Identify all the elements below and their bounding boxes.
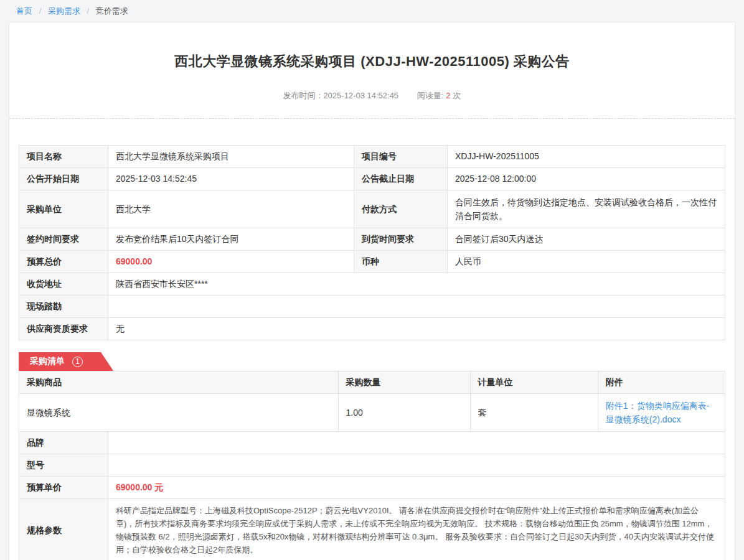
purchase-list-ribbon: 采购清单 1 bbox=[19, 352, 113, 371]
field-value-purchaser: 西北大学 bbox=[108, 190, 354, 228]
field-label-unit-price: 预算单价 bbox=[19, 477, 108, 499]
breadcrumb-separator: / bbox=[39, 6, 42, 16]
field-value-brand bbox=[108, 432, 725, 454]
table-row: 现场踏勘 bbox=[19, 296, 725, 318]
table-row: 预算单价 69000.00 元 bbox=[19, 477, 725, 499]
table-row: 项目名称 西北大学显微镜系统采购项目 项目编号 XDJJ-HW-20251100… bbox=[19, 146, 725, 168]
field-value-end-date: 2025-12-08 12:00:00 bbox=[448, 168, 725, 190]
field-value-payment: 合同生效后，待货物到达指定地点、安装调试验收合格后，一次性付清合同货款。 bbox=[448, 190, 725, 228]
purchase-items-table: 采购商品 采购数量 计量单位 附件 显微镜系统 1.00 套 附件1：货物类响应… bbox=[19, 371, 725, 432]
field-label-purchaser: 采购单位 bbox=[19, 190, 108, 228]
breadcrumb-home-link[interactable]: 首页 bbox=[16, 6, 32, 16]
cell-unit: 套 bbox=[470, 394, 598, 432]
field-value-site-survey bbox=[108, 296, 725, 318]
purchase-list-count-badge: 1 bbox=[72, 357, 83, 367]
cell-product-name: 显微镜系统 bbox=[19, 394, 339, 432]
field-label-currency: 币种 bbox=[354, 251, 448, 273]
field-value-specifications: 科研产品指定品牌型号：上海磁及科技OptiScope-2512P；蔚云光电VY2… bbox=[108, 499, 725, 560]
attachment-link[interactable]: 附件1：货物类响应偏离表-显微镜系统(2).docx bbox=[606, 401, 709, 424]
column-header-quantity: 采购数量 bbox=[338, 371, 470, 394]
field-label-payment: 付款方式 bbox=[354, 190, 448, 228]
field-value-delivery-time: 合同签订后30天内送达 bbox=[448, 228, 725, 251]
breadcrumb: 首页 / 采购需求 / 竞价需求 bbox=[0, 0, 744, 22]
breadcrumb-separator: / bbox=[87, 6, 90, 16]
field-label-specifications: 规格参数 bbox=[19, 499, 108, 560]
column-header-attachment: 附件 bbox=[598, 371, 725, 394]
field-label-start-date: 公告开始日期 bbox=[19, 168, 108, 190]
project-info-table: 项目名称 西北大学显微镜系统采购项目 项目编号 XDJJ-HW-20251100… bbox=[19, 145, 725, 340]
field-label-delivery-time: 到货时间要求 bbox=[354, 228, 448, 251]
table-row: 公告开始日期 2025-12-03 14:52:45 公告截止日期 2025-1… bbox=[19, 168, 725, 190]
table-row: 签约时间要求 发布竞价结果后10天内签订合同 到货时间要求 合同签订后30天内送… bbox=[19, 228, 725, 251]
page-title: 西北大学显微镜系统采购项目 (XDJJ-HW-202511005) 采购公告 bbox=[19, 52, 725, 71]
table-row: 显微镜系统 1.00 套 附件1：货物类响应偏离表-显微镜系统(2).docx bbox=[19, 394, 725, 432]
field-value-currency: 人民币 bbox=[448, 251, 725, 273]
table-row: 预算总价 69000.00 币种 人民币 bbox=[19, 251, 725, 273]
table-row: 品牌 bbox=[19, 432, 725, 454]
publish-time-value: 2025-12-03 14:52:45 bbox=[323, 91, 398, 100]
item-detail-table: 品牌 型号 预算单价 69000.00 元 规格参数 科研产品指定品牌型号：上海… bbox=[19, 431, 725, 560]
field-label-project-name: 项目名称 bbox=[19, 146, 108, 168]
field-value-project-no: XDJJ-HW-202511005 bbox=[448, 146, 725, 168]
announcement-meta: 发布时间：2025-12-03 14:52:45 阅读量:2次 bbox=[19, 90, 725, 101]
field-label-brand: 品牌 bbox=[19, 432, 108, 454]
table-header-row: 采购商品 采购数量 计量单位 附件 bbox=[19, 371, 725, 394]
table-row: 采购单位 西北大学 付款方式 合同生效后，待货物到达指定地点、安装调试验收合格后… bbox=[19, 190, 725, 228]
views-label: 阅读量: bbox=[417, 91, 444, 100]
field-value-budget-total: 69000.00 bbox=[108, 251, 354, 273]
column-header-unit: 计量单位 bbox=[470, 371, 598, 394]
field-value-delivery-address: 陕西省西安市长安区**** bbox=[108, 273, 725, 296]
field-value-unit-price: 69000.00 元 bbox=[108, 477, 725, 499]
purchase-list-ribbon-label: 采购清单 bbox=[30, 356, 65, 367]
field-label-end-date: 公告截止日期 bbox=[354, 168, 448, 190]
column-header-product: 采购商品 bbox=[19, 371, 339, 394]
views-unit: 次 bbox=[453, 91, 461, 100]
breadcrumb-purchase-demand-link[interactable]: 采购需求 bbox=[48, 6, 80, 16]
field-label-sign-time: 签约时间要求 bbox=[19, 228, 108, 251]
field-label-budget-total: 预算总价 bbox=[19, 251, 108, 273]
breadcrumb-current: 竞价需求 bbox=[96, 6, 128, 16]
field-value-supplier-qualification: 无 bbox=[108, 318, 725, 340]
field-value-model bbox=[108, 454, 725, 477]
publish-time-label: 发布时间： bbox=[283, 91, 323, 100]
field-label-model: 型号 bbox=[19, 454, 108, 477]
field-value-sign-time: 发布竞价结果后10天内签订合同 bbox=[108, 228, 354, 251]
table-row: 规格参数 科研产品指定品牌型号：上海磁及科技OptiScope-2512P；蔚云… bbox=[19, 499, 725, 560]
field-label-supplier-qualification: 供应商资质要求 bbox=[19, 318, 108, 340]
field-label-project-no: 项目编号 bbox=[354, 146, 448, 168]
views-count: 2 bbox=[446, 91, 450, 100]
field-label-site-survey: 现场踏勘 bbox=[19, 296, 108, 318]
table-row: 型号 bbox=[19, 454, 725, 477]
field-value-start-date: 2025-12-03 14:52:45 bbox=[108, 168, 354, 190]
cell-quantity: 1.00 bbox=[338, 394, 470, 432]
field-label-delivery-address: 收货地址 bbox=[19, 273, 108, 296]
table-row: 收货地址 陕西省西安市长安区**** bbox=[19, 273, 725, 296]
dashed-divider bbox=[9, 118, 735, 119]
announcement-card: 西北大学显微镜系统采购项目 (XDJJ-HW-202511005) 采购公告 发… bbox=[9, 22, 735, 560]
field-value-project-name: 西北大学显微镜系统采购项目 bbox=[108, 146, 354, 168]
table-row: 供应商资质要求 无 bbox=[19, 318, 725, 340]
